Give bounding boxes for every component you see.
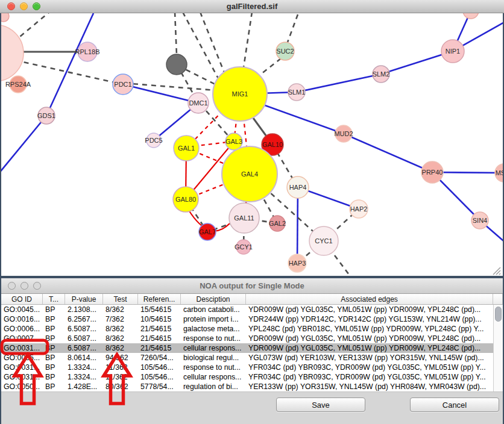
graph-node[interactable]	[166, 54, 187, 75]
cell-p-value: 6.5087...	[65, 334, 103, 343]
cell-type: BP	[43, 343, 65, 353]
zoom-button[interactable]	[33, 2, 40, 10]
table-body: GO:0045...BP2.1308...8/36215/54615carbon…	[1, 305, 503, 391]
graph-edge[interactable]	[259, 58, 281, 76]
table-row[interactable]: GO:0031...BP1.3324...11/362105/546...cel…	[1, 372, 493, 382]
cell-p-value: 1.428E...	[65, 382, 103, 391]
table-row[interactable]: GO:0031...BP6.5087...8/36221/54615cellul…	[1, 343, 493, 353]
cell-type: BP	[43, 372, 65, 382]
column-header-desciption[interactable]: Desciption	[181, 294, 246, 304]
cell-type: BP	[43, 334, 65, 343]
minimize-button[interactable]	[20, 2, 28, 10]
desktop: galFiltered.sif RPL18BRPS24AGDS1PDC1DMC1…	[0, 0, 504, 424]
graph-node-label: HAP2	[350, 205, 368, 213]
scrollbar-thumb[interactable]	[495, 307, 502, 322]
resize-grip[interactable]	[499, 273, 500, 275]
minimize-button[interactable]	[20, 282, 28, 290]
cell-type: BP	[43, 324, 65, 334]
cell-p-value: 6.5087...	[65, 343, 103, 353]
cell-reference: 105/546...	[138, 363, 181, 372]
graph-edge[interactable]	[15, 60, 123, 84]
cell-test: 8/362	[103, 324, 138, 334]
network-window: galFiltered.sif RPL18BRPS24AGDS1PDC1DMC1…	[0, 0, 504, 276]
graph-edge[interactable]	[1, 116, 46, 173]
vertical-scrollbar[interactable]	[493, 305, 503, 391]
cell-go-id: GO:0031...	[1, 372, 43, 382]
graph-edge[interactable]	[244, 13, 252, 67]
cell-associated-edges: YDR009W (pd) YGL035C, YML051W (pp) YDR00…	[246, 343, 493, 353]
cell-description: cellular respons...	[181, 372, 246, 382]
cell-reference: 10/54615	[138, 314, 181, 324]
graph-node-label: GAL7	[199, 228, 216, 235]
graph-node[interactable]	[1, 25, 24, 81]
table-row[interactable]: GO:0016...BP6.2567...7/36210/54615protei…	[1, 314, 493, 324]
cell-test: 80/362	[103, 382, 138, 391]
cell-reference: 5778/54...	[138, 382, 181, 391]
cell-reference: 21/54615	[138, 334, 181, 343]
graph-node-label: GAL4	[241, 170, 258, 178]
zoom-button[interactable]	[33, 282, 41, 290]
network-canvas[interactable]: RPL18BRPS24AGDS1PDC1DMC1MIG1SUC2SLM1SLM2…	[1, 13, 503, 276]
graph-edge[interactable]	[288, 14, 298, 42]
cell-associated-edges: YGL073W (pd) YER103W, YER133W (pp) YOR31…	[246, 353, 493, 363]
cell-go-id: GO:0045...	[1, 305, 43, 314]
table-row[interactable]: GO:0031...BP1.3324...11/362105/546...res…	[1, 363, 493, 372]
column-header-test[interactable]: Test	[103, 294, 138, 304]
table-row[interactable]: GO:0006...BP6.5087...8/36221/54615galact…	[1, 324, 493, 334]
graph-node-label: PDC1	[114, 81, 131, 88]
graph-node-label: RPS24A	[5, 81, 31, 88]
column-header-referen-[interactable]: Referen...	[138, 294, 181, 304]
column-header-t-[interactable]: T...	[43, 294, 65, 304]
close-button[interactable]	[7, 2, 15, 10]
column-header-associated-edges[interactable]: Associated edges	[246, 294, 493, 304]
cell-associated-edges: YPL248C (pd) YBR018C, YML051W (pp) YDR00…	[246, 324, 493, 334]
cell-type: BP	[43, 363, 65, 372]
cell-go-id: GO:0031...	[1, 363, 43, 372]
cell-type: BP	[43, 382, 65, 391]
graph-edge[interactable]	[297, 74, 381, 92]
cell-go-id: GO:0065...	[1, 353, 43, 363]
graph-node-label: GAL3	[225, 138, 242, 145]
cell-test: 11/362	[103, 363, 138, 372]
cell-p-value: 2.1308...	[65, 305, 103, 314]
save-button[interactable]: Save	[276, 398, 365, 412]
column-header-p-value[interactable]: P-value	[65, 294, 103, 304]
table-row[interactable]: GO:0045...BP2.1308...8/36215/54615carbon…	[1, 305, 493, 314]
graph-node[interactable]	[1, 13, 9, 22]
graph-node-label: HAP3	[289, 260, 306, 267]
cell-reference: 21/54615	[138, 324, 181, 334]
cell-description: galactose meta...	[181, 324, 246, 334]
graph-edge[interactable]	[46, 13, 93, 116]
graph-edge[interactable]	[124, 83, 216, 90]
graph-node-label: SLM1	[288, 89, 306, 96]
column-header-go-id[interactable]: GO ID	[1, 294, 43, 304]
table-row[interactable]: GO:0007...BP6.5087...8/36221/54615respon…	[1, 334, 493, 343]
table-row[interactable]: GO:0050...BP1.428E...80/3625778/54...reg…	[1, 382, 493, 391]
column-header[interactable]	[493, 294, 503, 304]
noa-window-titlebar[interactable]: NOA output for Single Mode	[1, 278, 503, 294]
graph-edge[interactable]	[123, 84, 198, 103]
graph-node-label: GAL2	[269, 220, 286, 227]
graph-node[interactable]	[463, 13, 479, 19]
window-title: NOA output for Single Mode	[200, 281, 304, 290]
cancel-button[interactable]: Cancel	[410, 398, 499, 412]
close-button[interactable]	[8, 282, 16, 290]
graph-node-label: SIN4	[473, 217, 487, 224]
graph-edge[interactable]	[200, 13, 225, 74]
network-graph[interactable]: RPL18BRPS24AGDS1PDC1DMC1MIG1SUC2SLM1SLM2…	[1, 13, 503, 276]
graph-node-label: GAL80	[175, 196, 196, 203]
graph-edge[interactable]	[344, 134, 432, 172]
graph-edge[interactable]	[297, 187, 298, 263]
graph-edge[interactable]	[175, 13, 177, 55]
cell-test: 8/362	[103, 334, 138, 343]
cell-associated-edges: YDR009W (pd) YGL035C, YML051W (pp) YDR00…	[246, 305, 493, 314]
cell-test: 8/362	[103, 343, 138, 353]
graph-node-label: NIP1	[446, 48, 460, 55]
cell-p-value: 6.2567...	[65, 314, 103, 324]
cell-go-id: GO:0007...	[1, 334, 43, 343]
table-row[interactable]: GO:0065...BP8.0614...94/3627260/54...bio…	[1, 353, 493, 363]
cell-reference: 15/54615	[138, 305, 181, 314]
table-rows: GO:0045...BP2.1308...8/36215/54615carbon…	[1, 305, 493, 391]
network-window-titlebar[interactable]: galFiltered.sif	[0, 0, 504, 13]
cell-description: biological regul...	[181, 353, 246, 363]
